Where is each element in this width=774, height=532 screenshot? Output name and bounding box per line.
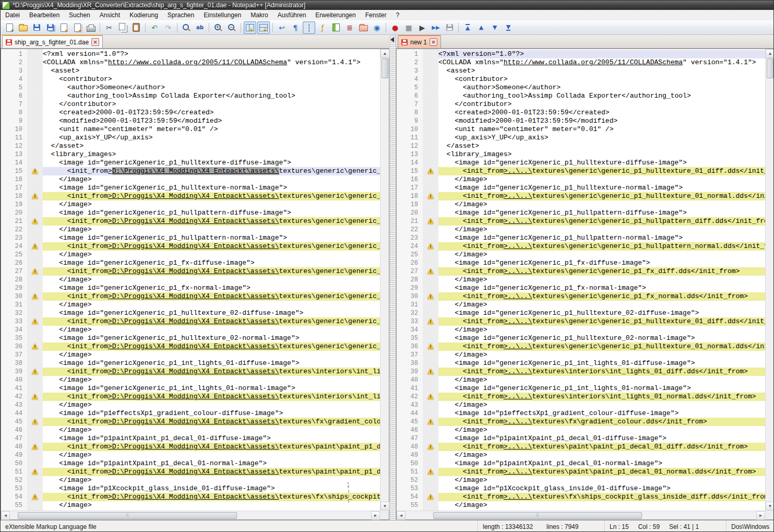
code-line[interactable]: 50 <image id="p1paintXpaint_p1_decal_01-… <box>1 459 380 468</box>
code-line[interactable]: 17 <image id="genericXgeneric_p1_hulltex… <box>1 184 380 192</box>
code-line[interactable]: 44 <image id="p1effectsXp1_gradient_colo… <box>1 409 380 418</box>
code-line[interactable]: 25 </image> <box>397 251 765 259</box>
tab-close-icon[interactable]: ✕ <box>430 38 437 46</box>
code-line[interactable]: 3 <asset> <box>1 67 380 75</box>
code-line[interactable]: 24 <init_from>..\..\textures\generic\gen… <box>397 242 765 251</box>
print-icon[interactable] <box>85 21 97 34</box>
tab-close-icon[interactable]: ✕ <box>91 38 99 46</box>
pane-splitter[interactable] <box>389 35 396 520</box>
code-line[interactable]: 30 <init_from>D:\Proggis\X4_Modding\X4_E… <box>1 292 380 301</box>
code-line[interactable]: 11 <up_axis>Y_UP</up_axis> <box>397 134 765 142</box>
code-line[interactable]: 22 </image> <box>1 226 380 234</box>
code-line[interactable]: 43 </image> <box>1 401 380 409</box>
code-line[interactable]: 47 <image id="p1paintXpaint_p1_decal_01-… <box>1 434 380 443</box>
code-line[interactable]: 55 </image> <box>1 501 380 510</box>
code-line[interactable]: 4 <contributor> <box>1 75 380 84</box>
code-line[interactable]: 9 <modified>2000-01-01T23:59:59</modifie… <box>397 117 765 125</box>
code-line[interactable]: 27 <init_from>..\..\textures\generic\gen… <box>397 267 765 276</box>
code-line[interactable]: 5 <author>Someone</author> <box>1 84 380 92</box>
code-line[interactable]: 29 <image id="genericXgeneric_p1_fx-norm… <box>1 284 380 292</box>
code-line[interactable]: 13 <library_images> <box>1 150 380 159</box>
sync-horizontal-scroll-icon[interactable] <box>257 21 270 34</box>
code-line[interactable]: 53 <image id="p1Xcockpit_glass_inside_01… <box>1 484 380 493</box>
code-line[interactable]: 37 </image> <box>1 351 380 359</box>
code-line[interactable]: 49 </image> <box>397 451 765 459</box>
compare-first-icon[interactable]: ▲ <box>461 21 474 34</box>
title-bar[interactable]: *D:\Proggis\X4_Modding\XR_Converter\Extr… <box>1 1 773 10</box>
code-line[interactable]: 1<?xml version="1.0"?> <box>397 50 765 58</box>
code-line[interactable]: 39 <init_from>D:\Proggis\X4_Modding\X4_E… <box>1 368 380 376</box>
show-all-chars-icon[interactable]: ¶ <box>289 21 302 34</box>
scrollbar-thumb[interactable] <box>382 58 388 78</box>
code-line[interactable]: 42 <init_from>D:\Proggis\X4_Modding\X4_E… <box>1 393 380 401</box>
zoom-out-icon[interactable]: − <box>225 21 238 34</box>
function-list-icon[interactable]: ƒ <box>316 21 329 34</box>
new-file-icon[interactable]: + <box>3 21 16 34</box>
scroll-left-icon[interactable]: ◄ <box>1 511 10 520</box>
code-line[interactable]: 18 <init_from>..\..\textures\generic\gen… <box>397 192 765 200</box>
code-line[interactable]: 49 </image> <box>1 451 380 459</box>
folder-as-workspace-icon[interactable] <box>357 21 370 34</box>
menu-item-kodierung[interactable]: Kodierung <box>125 10 163 20</box>
scroll-right-icon[interactable]: ► <box>756 511 765 520</box>
code-line[interactable]: 50 <image id="p1paintXpaint_p1_decal_01-… <box>397 459 765 468</box>
menu-item-erweiterungen[interactable]: Erweiterungen <box>311 10 360 20</box>
code-line[interactable]: 14 <image id="genericXgeneric_p1_hulltex… <box>397 159 765 167</box>
code-line[interactable]: 17 <image id="genericXgeneric_p1_hulltex… <box>397 184 765 192</box>
code-line[interactable]: 41 <image id="genericXgeneric_p1_int_lig… <box>397 384 765 393</box>
code-line[interactable]: 7 </contributor> <box>1 100 380 109</box>
code-line[interactable]: 40 </image> <box>1 376 380 384</box>
code-line[interactable]: 44 <image id="p1effectsXp1_gradient_colo… <box>397 409 765 418</box>
menu-item-bearbeiten[interactable]: Bearbeiten <box>25 10 64 20</box>
code-line[interactable]: 22 </image> <box>397 226 765 234</box>
undo-icon[interactable]: ↶ <box>148 21 161 34</box>
code-line[interactable]: 46 </image> <box>1 426 380 434</box>
code-line[interactable]: 14 <image id="genericXgeneric_p1_hulltex… <box>1 159 380 167</box>
code-line[interactable]: 26 <image id="genericXgeneric_p1_fx-diff… <box>1 259 380 267</box>
code-line[interactable]: 3 <asset> <box>397 67 765 75</box>
code-line[interactable]: 10 <unit name="centimeter" meter="0.01" … <box>397 125 765 134</box>
code-line[interactable]: 15 <init_from>D:\Proggis\X4_Modding\X4_E… <box>1 167 380 175</box>
menu-item-sprachen[interactable]: Sprachen <box>163 10 199 20</box>
code-line[interactable]: 48 <init_from>D:\Proggis\X4_Modding\X4_E… <box>1 443 380 451</box>
code-line[interactable]: 23 <image id="genericXgeneric_p1_hullpat… <box>397 234 765 242</box>
code-line[interactable]: 12 </asset> <box>397 142 765 150</box>
code-line[interactable]: 27 <init_from>D:\Proggis\X4_Modding\X4_E… <box>1 267 380 276</box>
code-line[interactable]: 19 </image> <box>397 200 765 209</box>
compare-next-icon[interactable]: ▼ <box>489 21 501 34</box>
splitter-collapse-arrow-icon[interactable] <box>390 37 394 42</box>
code-line[interactable]: 34 </image> <box>1 326 380 334</box>
compare-last-icon[interactable]: ▼ <box>502 21 515 34</box>
code-line[interactable]: 28 </image> <box>1 276 380 284</box>
code-line[interactable]: 35 <image id="genericXgeneric_p1_hulltex… <box>1 334 380 342</box>
code-line[interactable]: 47 <image id="p1paintXpaint_p1_decal_01-… <box>397 434 765 443</box>
code-line[interactable]: 5 <author>Someone</author> <box>397 84 765 92</box>
code-line[interactable]: 2<COLLADA xmlns="http://www.collada.org/… <box>397 58 765 67</box>
code-line[interactable]: 1<?xml version="1.0"?> <box>1 50 380 58</box>
scroll-right-icon[interactable]: ► <box>371 511 380 520</box>
right-horizontal-scrollbar[interactable]: ◄ ► <box>397 511 765 519</box>
file-monitoring-icon[interactable]: ◉ <box>371 21 383 34</box>
code-line[interactable]: 52 </image> <box>1 476 380 484</box>
code-line[interactable]: 9 <modified>2000-01-01T23:59:59</modifie… <box>1 117 380 125</box>
left-code-area[interactable]: 1<?xml version="1.0"?>2<COLLADA xmlns="h… <box>1 49 380 511</box>
right-vertical-scrollbar[interactable]: ▲ ▼ <box>765 49 774 511</box>
tab-ship-arg-s-fighter[interactable]: ship_arg_s_fighter_01.dae ✕ <box>2 35 103 48</box>
menu-item-makro[interactable]: Makro <box>246 10 272 20</box>
code-line[interactable]: 29 <image id="genericXgeneric_p1_fx-norm… <box>397 284 765 292</box>
tab-new-1[interactable]: new 1 ✕ <box>398 35 441 48</box>
macro-play-icon[interactable]: ▶ <box>416 21 428 34</box>
code-line[interactable]: 37 </image> <box>397 351 765 359</box>
code-line[interactable]: 52 </image> <box>397 476 765 484</box>
menu-item-suchen[interactable]: Suchen <box>64 10 95 20</box>
code-line[interactable]: 48 <init_from>..\..\textures\paint\paint… <box>397 443 765 451</box>
code-line[interactable]: 18 <init_from>D:\Proggis\X4_Modding\X4_E… <box>1 192 380 200</box>
code-line[interactable]: 6 <authoring_tool>Assimp Collada Exporte… <box>397 92 765 100</box>
code-line[interactable]: 51 <init_from>D:\Proggis\X4_Modding\X4_E… <box>1 468 380 476</box>
code-line[interactable]: 15 <init_from>..\..\textures\generic\gen… <box>397 167 765 175</box>
code-line[interactable]: 38 <image id="genericXgeneric_p1_int_lig… <box>397 359 765 368</box>
code-line[interactable]: 51 <init_from>..\..\textures\paint\paint… <box>397 468 765 476</box>
paste-icon[interactable] <box>130 21 142 34</box>
code-line[interactable]: 32 <image id="genericXgeneric_p1_hulltex… <box>397 309 765 317</box>
scrollbar-thumb[interactable] <box>767 58 773 78</box>
